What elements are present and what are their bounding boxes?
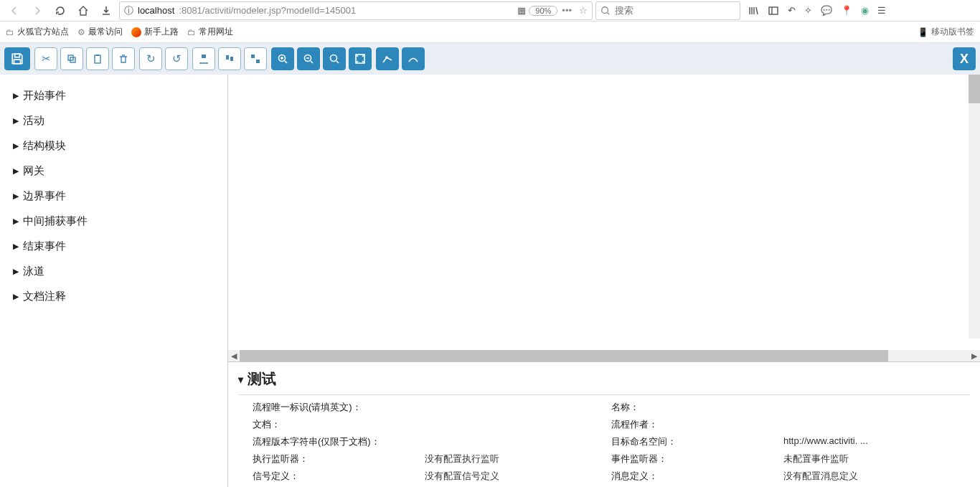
canvas-v-scrollbar[interactable]	[969, 75, 980, 339]
undo-nav-icon[interactable]: ↶	[788, 5, 796, 16]
close-button[interactable]: X	[953, 47, 976, 70]
phone-icon: 📱	[918, 27, 928, 37]
star-icon[interactable]: ☆	[579, 5, 588, 16]
bookmark-bar: 🗀火狐官方站点 ⚙最常访问 新手上路 🗀常用网址 📱移动版书签	[0, 22, 980, 43]
chevron-right-icon: ▶	[13, 141, 19, 151]
svg-rect-6	[95, 55, 100, 63]
sidebar-item-start-events[interactable]: ▶开始事件	[0, 83, 227, 108]
bookmark-item-0[interactable]: 🗀火狐官方站点	[6, 26, 69, 38]
prop-value[interactable]	[425, 435, 611, 448]
forward-button[interactable]	[27, 1, 47, 20]
chat-icon[interactable]: 💬	[821, 5, 832, 16]
firefox-icon	[131, 27, 141, 37]
prop-value[interactable]: 未配置事件监听	[783, 453, 970, 465]
cut-button[interactable]: ✂	[34, 47, 57, 70]
align-h-button[interactable]	[218, 47, 241, 70]
align-v-button[interactable]	[192, 47, 215, 70]
bendpoint-add-button[interactable]	[376, 47, 399, 70]
zoom-in-button[interactable]	[271, 47, 294, 70]
mobile-bookmarks[interactable]: 📱移动版书签	[918, 26, 974, 38]
chevron-down-icon: ▾	[238, 374, 243, 385]
scroll-left-icon[interactable]: ◀	[228, 351, 240, 361]
back-button[interactable]	[4, 1, 24, 20]
chevron-right-icon: ▶	[13, 292, 19, 301]
tb-group-bendpoint	[376, 47, 425, 70]
menu-icon[interactable]: ☰	[877, 5, 886, 16]
url-path: :8081/activiti/modeler.jsp?modelId=14500…	[179, 5, 356, 16]
bookmark-item-3[interactable]: 🗀常用网址	[187, 26, 233, 38]
reload-button[interactable]	[50, 1, 70, 20]
pin-icon[interactable]: 📍	[841, 5, 852, 16]
sidebar-item-catching-events[interactable]: ▶中间捕获事件	[0, 209, 227, 234]
sidebar-item-annotations[interactable]: ▶文档注释	[0, 284, 227, 309]
zoom-out-button[interactable]	[297, 47, 320, 70]
sidebar-item-swimlanes[interactable]: ▶泳道	[0, 259, 227, 284]
redo-button[interactable]: ↻	[139, 47, 162, 70]
clip-icon[interactable]: ✧	[804, 5, 812, 16]
canvas[interactable]	[228, 75, 980, 350]
bendpoint-remove-button[interactable]	[402, 47, 425, 70]
url-bar[interactable]: ⓘ localhost:8081/activiti/modeler.jsp?mo…	[119, 1, 593, 20]
zoom-badge[interactable]: 90%	[529, 6, 557, 16]
download-button[interactable]	[96, 1, 116, 20]
bookmark-item-1[interactable]: ⚙最常访问	[77, 26, 123, 38]
prop-value[interactable]: http://www.activiti. ...	[783, 435, 970, 448]
search-input[interactable]	[615, 5, 735, 16]
home-button[interactable]	[73, 1, 93, 20]
sidebar-item-activities[interactable]: ▶活动	[0, 108, 227, 133]
zoom-fit-button[interactable]	[349, 47, 372, 70]
sidebar-item-end-events[interactable]: ▶结束事件	[0, 234, 227, 259]
save-button[interactable]	[4, 47, 30, 70]
prop-value[interactable]	[783, 401, 970, 414]
canvas-h-scrollbar[interactable]: ◀ ▶	[228, 350, 980, 361]
library-icon[interactable]	[748, 5, 759, 16]
sidebar-item-structural[interactable]: ▶结构模块	[0, 133, 227, 159]
delete-button[interactable]	[112, 47, 135, 70]
search-bar[interactable]	[595, 1, 740, 20]
properties-title[interactable]: ▾ 测试	[238, 369, 970, 394]
svg-rect-11	[251, 55, 255, 58]
prop-value[interactable]: 没有配置消息定义	[783, 470, 970, 483]
globe-icon[interactable]: ◉	[861, 5, 869, 16]
app-body: ▶开始事件 ▶活动 ▶结构模块 ▶网关 ▶边界事件 ▶中间捕获事件 ▶结束事件 …	[0, 75, 980, 487]
prop-value[interactable]: 没有配置执行监听	[425, 453, 611, 465]
prop-label: 执行监听器：	[253, 453, 425, 465]
tb-group-zoom	[271, 47, 372, 70]
svg-rect-12	[256, 60, 260, 63]
sidebar-item-gateways[interactable]: ▶网关	[0, 159, 227, 184]
chevron-right-icon: ▶	[13, 242, 19, 251]
prop-value[interactable]	[425, 401, 611, 414]
paste-button[interactable]	[86, 47, 109, 70]
palette-sidebar: ▶开始事件 ▶活动 ▶结构模块 ▶网关 ▶边界事件 ▶中间捕获事件 ▶结束事件 …	[0, 75, 228, 487]
gear-icon: ⚙	[77, 27, 85, 37]
qr-icon[interactable]: ▦	[517, 5, 524, 16]
svg-point-15	[331, 55, 337, 62]
svg-rect-10	[230, 57, 233, 61]
scroll-right-icon[interactable]: ▶	[969, 351, 980, 361]
svg-rect-7	[96, 55, 99, 56]
folder-icon: 🗀	[6, 27, 14, 37]
svg-rect-9	[226, 55, 229, 60]
sidebar-icon[interactable]	[768, 5, 779, 16]
sidebar-item-boundary-events[interactable]: ▶边界事件	[0, 184, 227, 209]
chevron-right-icon: ▶	[13, 217, 19, 226]
properties-panel: ▾ 测试 流程唯一标识(请填英文)：名称： 文档：流程作者： 流程版本字符串(仅…	[228, 361, 980, 487]
bookmark-item-2[interactable]: 新手上路	[131, 26, 179, 38]
undo-button[interactable]: ↺	[165, 47, 188, 70]
svg-point-17	[385, 56, 388, 59]
svg-rect-1	[769, 7, 778, 14]
prop-label: 流程版本字符串(仅限于文档)：	[253, 435, 425, 448]
more-icon[interactable]: •••	[562, 5, 572, 16]
tb-group-history: ↻ ↺	[139, 47, 188, 70]
same-size-button[interactable]	[244, 47, 267, 70]
zoom-actual-button[interactable]	[323, 47, 346, 70]
prop-value[interactable]	[783, 418, 970, 431]
search-icon	[600, 6, 611, 16]
copy-button[interactable]	[60, 47, 83, 70]
chevron-right-icon: ▶	[13, 166, 19, 176]
main-area: ◀ ▶ ▾ 测试 流程唯一标识(请填英文)：名称： 文档：流程作者： 流程版本字…	[228, 75, 980, 487]
prop-value[interactable]: 没有配置信号定义	[425, 470, 611, 483]
info-icon[interactable]: ⓘ	[124, 4, 133, 17]
browser-nav-bar: ⓘ localhost:8081/activiti/modeler.jsp?mo…	[0, 0, 980, 22]
prop-value[interactable]	[425, 418, 611, 431]
